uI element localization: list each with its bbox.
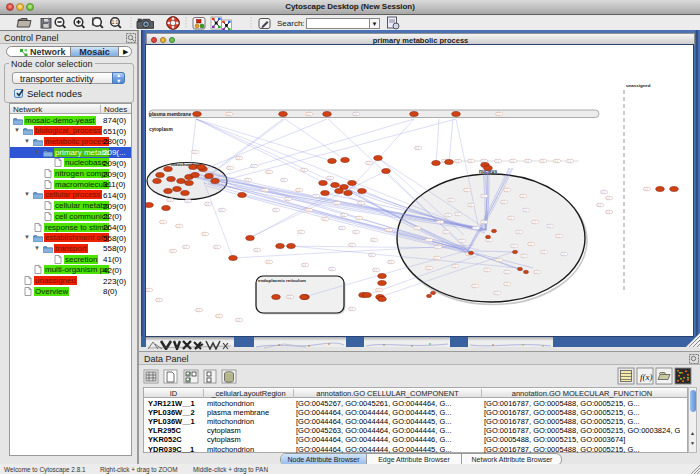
- svg-text:[..]: [..]: [328, 176, 331, 180]
- svg-text:[..]: [..]: [533, 220, 536, 224]
- svg-text:[..]: [..]: [505, 188, 508, 192]
- svg-text:[..]: [..]: [255, 248, 258, 252]
- svg-text:[..]: [..]: [387, 228, 390, 232]
- svg-text:[..]: [..]: [645, 187, 648, 191]
- svg-text:[..]: [..]: [237, 156, 240, 160]
- svg-text:[..]: [..]: [542, 250, 545, 254]
- svg-text:[..]: [..]: [147, 288, 150, 292]
- svg-text:[..]: [..]: [435, 256, 438, 260]
- svg-text:[..]: [..]: [184, 245, 187, 249]
- svg-text:[..]: [..]: [568, 159, 571, 163]
- svg-text:[..]: [..]: [168, 198, 171, 202]
- svg-text:[..]: [..]: [460, 239, 463, 243]
- svg-text:[..]: [..]: [456, 212, 459, 216]
- svg-text:endoplasmic reticulum: endoplasmic reticulum: [258, 278, 306, 283]
- svg-text:[..]: [..]: [303, 263, 306, 267]
- svg-text:[..]: [..]: [342, 213, 345, 217]
- svg-text:[..]: [..]: [535, 270, 538, 274]
- svg-text:[..]: [..]: [456, 159, 459, 163]
- svg-text:cytoplasm: cytoplasm: [149, 127, 173, 132]
- svg-text:[..]: [..]: [370, 253, 373, 257]
- svg-text:[..]: [..]: [522, 254, 525, 258]
- svg-text:[..]: [..]: [193, 150, 196, 154]
- svg-text:[..]: [..]: [171, 249, 174, 253]
- svg-text:[..]: [..]: [372, 238, 375, 242]
- svg-text:[..]: [..]: [449, 198, 452, 202]
- svg-text:[..]: [..]: [497, 258, 500, 262]
- svg-text:[..]: [..]: [340, 226, 343, 230]
- svg-text:[..]: [..]: [367, 161, 370, 165]
- svg-text:[..]: [..]: [161, 220, 164, 224]
- svg-text:[..]: [..]: [505, 282, 508, 286]
- svg-text:[..]: [..]: [446, 213, 449, 217]
- svg-text:[..]: [..]: [282, 178, 285, 182]
- svg-text:[..]: [..]: [246, 178, 249, 182]
- svg-text:[..]: [..]: [307, 112, 310, 116]
- svg-text:[..]: [..]: [511, 159, 514, 163]
- svg-text:[..]: [..]: [267, 170, 270, 174]
- svg-text:[..]: [..]: [485, 268, 488, 272]
- svg-text:[..]: [..]: [237, 318, 240, 322]
- svg-text:[..]: [..]: [607, 196, 610, 200]
- svg-text:[..]: [..]: [509, 216, 512, 220]
- svg-text:[..]: [..]: [314, 194, 317, 198]
- svg-text:[..]: [..]: [562, 252, 565, 256]
- svg-text:[..]: [..]: [350, 243, 353, 247]
- svg-text:[..]: [..]: [377, 288, 380, 292]
- svg-text:[..]: [..]: [374, 268, 377, 272]
- svg-text:1:1: 1:1: [112, 20, 119, 25]
- svg-text:[..]: [..]: [598, 203, 601, 207]
- svg-text:[..]: [..]: [469, 159, 472, 163]
- svg-text:[..]: [..]: [438, 220, 441, 224]
- svg-text:[..]: [..]: [473, 284, 476, 288]
- svg-text:[..]: [..]: [555, 159, 558, 163]
- svg-text:[..]: [..]: [529, 242, 532, 246]
- svg-text:[..]: [..]: [203, 232, 206, 236]
- svg-text:unassigned: unassigned: [626, 83, 651, 88]
- svg-text:[..]: [..]: [524, 208, 527, 212]
- svg-text:[..]: [..]: [512, 244, 515, 248]
- svg-text:[..]: [..]: [469, 203, 472, 207]
- svg-text:[..]: [..]: [228, 166, 231, 170]
- svg-text:[..]: [..]: [330, 267, 333, 271]
- svg-text:[..]: [..]: [323, 217, 326, 221]
- svg-text:[..]: [..]: [496, 159, 499, 163]
- svg-text:[..]: [..]: [197, 308, 200, 312]
- svg-text:[..]: [..]: [274, 208, 277, 212]
- svg-text:[..]: [..]: [482, 220, 485, 224]
- svg-text:[..]: [..]: [354, 230, 357, 234]
- svg-text:[..]: [..]: [359, 201, 362, 205]
- svg-text:[..]: [..]: [495, 291, 498, 295]
- svg-text:f(x): f(x): [640, 372, 653, 382]
- svg-text:[..]: [..]: [548, 224, 551, 228]
- svg-text:[..]: [..]: [350, 307, 353, 311]
- svg-text:[..]: [..]: [505, 270, 508, 274]
- svg-text:[..]: [..]: [335, 201, 338, 205]
- svg-text:[..]: [..]: [465, 188, 468, 192]
- svg-text:[..]: [..]: [497, 112, 500, 116]
- svg-text:[..]: [..]: [453, 264, 456, 268]
- svg-text:[..]: [..]: [157, 298, 160, 302]
- svg-text:[..]: [..]: [215, 245, 218, 249]
- svg-text:[..]: [..]: [217, 314, 220, 318]
- svg-text:[..]: [..]: [288, 295, 291, 299]
- svg-text:[..]: [..]: [177, 224, 180, 228]
- svg-text:[..]: [..]: [482, 194, 485, 198]
- svg-text:[..]: [..]: [206, 202, 209, 206]
- svg-text:plasma membrane: plasma membrane: [149, 112, 191, 117]
- svg-text:[..]: [..]: [357, 216, 360, 220]
- svg-text:[..]: [..]: [416, 146, 419, 150]
- svg-text:[..]: [..]: [299, 230, 302, 234]
- svg-text:[..]: [..]: [427, 266, 430, 270]
- svg-text:[..]: [..]: [444, 230, 447, 234]
- svg-text:[..]: [..]: [227, 112, 230, 116]
- svg-text:[..]: [..]: [521, 194, 524, 198]
- svg-text:[..]: [..]: [307, 208, 310, 212]
- svg-text:[..]: [..]: [354, 112, 357, 116]
- svg-text:[..]: [..]: [220, 208, 223, 212]
- svg-text:[..]: [..]: [297, 188, 300, 192]
- svg-text:[..]: [..]: [415, 226, 418, 230]
- svg-text:[..]: [..]: [286, 197, 289, 201]
- svg-text:[..]: [..]: [607, 210, 610, 214]
- svg-text:[..]: [..]: [517, 230, 520, 234]
